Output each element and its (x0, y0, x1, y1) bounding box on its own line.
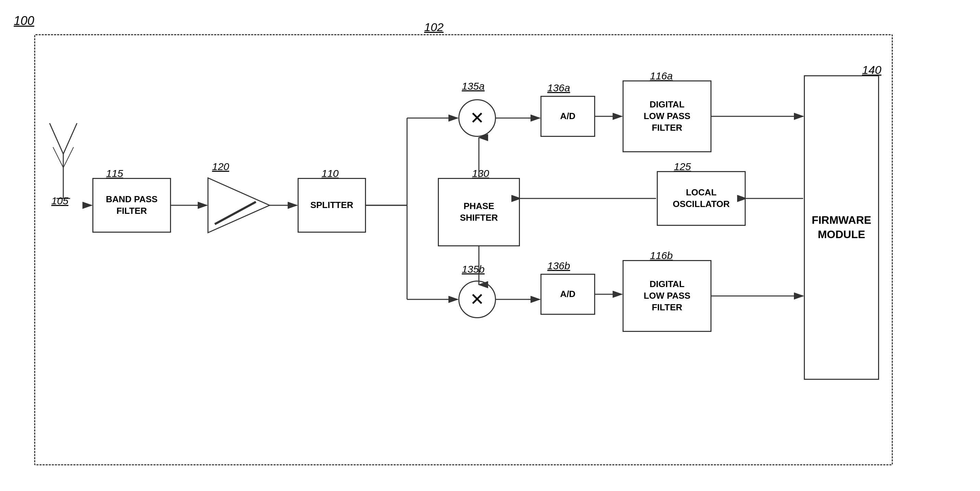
firmware-module-label: FIRMWARE MODULE (805, 213, 878, 242)
mixer-bottom-symbol: ✕ (470, 291, 484, 308)
ref-120: 120 (212, 161, 229, 172)
ref-136b: 136b (547, 260, 570, 272)
ref-140: 140 (862, 63, 881, 77)
ref-135a: 135a (462, 80, 485, 92)
ref-116a: 116a (650, 70, 673, 82)
ref-110: 110 (321, 167, 339, 179)
ref-116b: 116b (650, 250, 673, 261)
antenna-svg (43, 113, 84, 202)
dlpf-top-label: DIGITALLOW PASSFILTER (644, 99, 690, 134)
dlpf-bottom-label: DIGITALLOW PASSFILTER (644, 279, 690, 313)
ad-top-block: A/D (541, 96, 595, 137)
band-pass-filter-label: BAND PASSFILTER (106, 194, 158, 217)
dlpf-top-block: DIGITALLOW PASSFILTER (622, 80, 711, 152)
phase-shifter-block: PHASESHIFTER (438, 178, 520, 246)
svg-line-2 (63, 123, 77, 154)
mixer-bottom: ✕ (458, 281, 496, 318)
firmware-module-block: FIRMWARE MODULE (804, 75, 879, 380)
local-oscillator-label: LOCALOSCILLATOR (673, 187, 730, 210)
ref-125: 125 (674, 161, 691, 172)
svg-line-1 (49, 123, 63, 154)
amplifier-svg (201, 171, 276, 239)
ref-115: 115 (106, 167, 123, 179)
dlpf-bottom-block: DIGITALLOW PASSFILTER (622, 260, 711, 332)
band-pass-filter-block: BAND PASSFILTER (92, 178, 171, 233)
ad-bottom-block: A/D (541, 274, 595, 315)
ad-bottom-label: A/D (560, 289, 576, 300)
local-oscillator-block: LOCALOSCILLATOR (657, 171, 746, 226)
ref-100: 100 (14, 14, 34, 28)
ref-136a: 136a (547, 82, 570, 94)
ref-102: 102 (424, 21, 444, 34)
outer-dashed-box (34, 34, 893, 465)
phase-shifter-label: PHASESHIFTER (460, 201, 498, 224)
ref-105: 105 (51, 195, 68, 207)
mixer-top: ✕ (458, 99, 496, 137)
ref-135b: 135b (462, 263, 485, 275)
splitter-block: SPLITTER (298, 178, 366, 233)
mixer-top-symbol: ✕ (470, 110, 484, 127)
svg-marker-6 (208, 178, 270, 233)
diagram-container: 100 102 140 FIRMWARE MODULE 105 115 BAND… (14, 14, 966, 479)
splitter-label: SPLITTER (310, 199, 353, 211)
ad-top-label: A/D (560, 110, 576, 122)
ref-130: 130 (472, 167, 489, 179)
